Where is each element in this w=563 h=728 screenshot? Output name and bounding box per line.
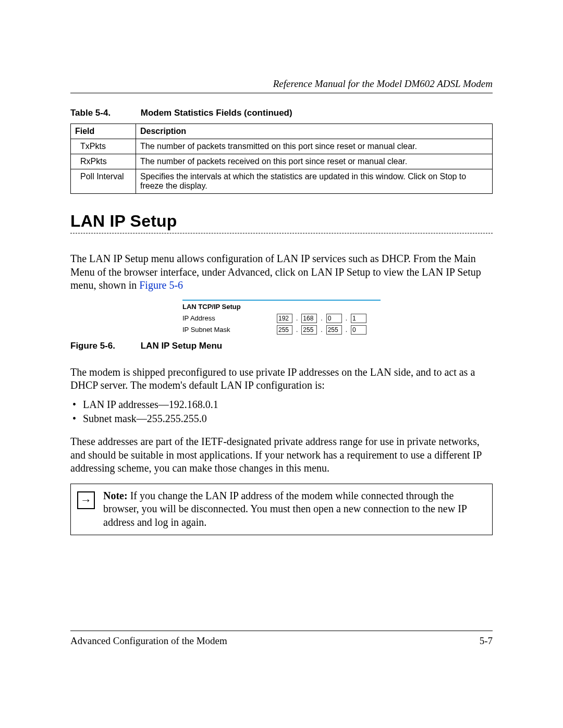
dot-icon: . bbox=[320, 326, 323, 334]
mask-octet-2[interactable] bbox=[301, 325, 317, 335]
dot-icon: . bbox=[296, 326, 298, 334]
dot-icon: . bbox=[296, 315, 298, 322]
config-list: LAN IP addresses—192.168.0.1 Subnet mask… bbox=[70, 398, 493, 426]
ip-address-row: IP Address . . . bbox=[182, 314, 381, 323]
section-heading: LAN IP Setup bbox=[70, 212, 493, 231]
lan-ip-figure: LAN TCP/IP Setup IP Address . . . IP Sub… bbox=[182, 300, 381, 335]
figure-caption-label: Figure 5-6. bbox=[70, 341, 138, 351]
table-header-row: Field Description bbox=[71, 124, 493, 139]
ip-octet-4[interactable] bbox=[351, 314, 366, 323]
table-row: Poll Interval Specifies the intervals at… bbox=[71, 169, 493, 194]
ip-address-label: IP Address bbox=[182, 314, 274, 322]
running-header: Reference Manual for the Model DM602 ADS… bbox=[70, 78, 493, 90]
ip-octet-1[interactable] bbox=[277, 314, 292, 323]
note-text: Note: If you change the LAN IP address o… bbox=[103, 489, 486, 529]
col-description: Description bbox=[136, 124, 493, 139]
subnet-row: IP Subnet Mask . . . bbox=[182, 325, 381, 335]
footer-rule bbox=[70, 631, 493, 631]
table-row: TxPkts The number of packets transmitted… bbox=[71, 139, 493, 154]
arrow-right-icon: → bbox=[77, 491, 95, 509]
table-caption-label: Table 5-4. bbox=[70, 108, 138, 118]
cell-field: RxPkts bbox=[71, 154, 136, 169]
cell-desc: The number of packets transmitted on thi… bbox=[136, 139, 493, 154]
dot-icon: . bbox=[345, 315, 348, 322]
figure-caption: Figure 5-6. LAN IP Setup Menu bbox=[70, 341, 493, 351]
table-caption: Table 5-4. Modem Statistics Fields (cont… bbox=[70, 108, 493, 118]
figure-panel-title: LAN TCP/IP Setup bbox=[182, 300, 381, 311]
ip-octet-2[interactable] bbox=[301, 314, 317, 323]
cell-field: Poll Interval bbox=[71, 169, 136, 194]
cell-desc: Specifies the intervals at which the sta… bbox=[136, 169, 493, 194]
note-body: If you change the LAN IP address of the … bbox=[103, 490, 467, 528]
mask-octet-4[interactable] bbox=[351, 325, 366, 335]
private-range-paragraph: These addresses are part of the IETF-des… bbox=[70, 435, 493, 475]
col-field: Field bbox=[71, 124, 136, 139]
figure-caption-text: LAN IP Setup Menu bbox=[141, 341, 222, 351]
list-item: LAN IP addresses—192.168.0.1 bbox=[83, 398, 493, 412]
note-label: Note: bbox=[103, 490, 128, 501]
note-box: → Note: If you change the LAN IP address… bbox=[70, 484, 493, 535]
dot-icon: . bbox=[320, 315, 323, 322]
intro-text: The LAN IP Setup menu allows configurati… bbox=[70, 253, 481, 291]
dot-icon: . bbox=[345, 326, 348, 334]
figure-xref[interactable]: Figure 5-6 bbox=[139, 279, 183, 291]
mask-octet-3[interactable] bbox=[326, 325, 342, 335]
header-rule bbox=[70, 93, 493, 93]
list-item: Subnet mask—255.255.255.0 bbox=[83, 412, 493, 426]
ip-octet-3[interactable] bbox=[326, 314, 342, 323]
cell-field: TxPkts bbox=[71, 139, 136, 154]
cell-desc: The number of packets received on this p… bbox=[136, 154, 493, 169]
section-rule bbox=[70, 233, 493, 233]
mask-octet-1[interactable] bbox=[277, 325, 292, 335]
footer-page: 5-7 bbox=[480, 635, 493, 647]
footer-section: Advanced Configuration of the Modem bbox=[70, 635, 227, 647]
subnet-label: IP Subnet Mask bbox=[182, 326, 274, 334]
default-config-paragraph: The modem is shipped preconfigured to us… bbox=[70, 366, 493, 392]
page-footer: Advanced Configuration of the Modem 5-7 bbox=[70, 631, 493, 647]
stats-table: Field Description TxPkts The number of p… bbox=[70, 124, 493, 194]
intro-paragraph: The LAN IP Setup menu allows configurati… bbox=[70, 252, 493, 292]
table-caption-text: Modem Statistics Fields (continued) bbox=[141, 108, 292, 118]
table-row: RxPkts The number of packets received on… bbox=[71, 154, 493, 169]
